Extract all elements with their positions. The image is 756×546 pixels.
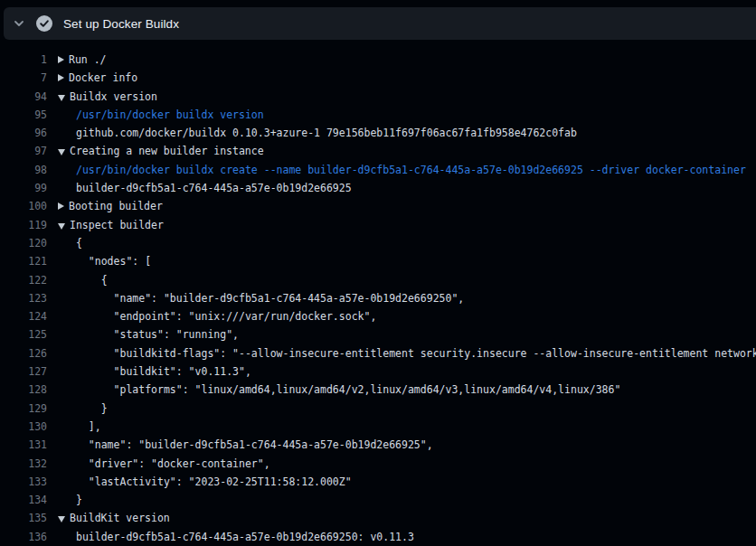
log-output-text: { [76,274,108,287]
log-output-text: "status": "running", [76,328,239,341]
line-number[interactable]: 97 [0,142,47,160]
log-line: 125 "status": "running", [0,325,756,344]
log-command-text: /usr/bin/docker buildx version [76,108,264,121]
disclosure-triangle-open-icon [58,149,65,155]
log-group-header[interactable]: Docker info [58,69,137,87]
log-line-content: builder-d9cfb5a1-c764-445a-a57e-0b19d2e6… [58,528,414,546]
line-number[interactable]: 119 [0,216,47,234]
log-output-text: github.com/docker/buildx 0.10.3+azure-1 … [76,127,577,139]
log-output-text: builder-d9cfb5a1-c764-445a-a57e-0b19d2e6… [76,531,414,543]
log-command-text: /usr/bin/docker buildx create --name bui… [76,164,746,176]
log-line-content: "status": "running", [58,325,239,344]
log-line-content: } [58,400,108,418]
log-line-content: ], [58,418,101,436]
log-container: 1Run ./7Docker info94Buildx version95/us… [0,40,756,546]
log-output-text: "platforms": "linux/amd64,linux/amd64/v2… [76,383,620,396]
step-title: Set up Docker Buildx [63,17,179,31]
log-line: 133 "lastActivity": "2023-02-25T11:58:12… [0,473,756,491]
line-number[interactable]: 128 [0,381,47,399]
log-line: 123 "name": "builder-d9cfb5a1-c764-445a-… [0,289,756,307]
line-number[interactable]: 1 [0,51,47,69]
log-group-header[interactable]: Run ./ [58,51,107,69]
log-group-header[interactable]: Buildx version [58,88,157,106]
log-output-text: "nodes": [ [76,255,151,268]
log-line-content: { [58,234,82,252]
log-line: 98/usr/bin/docker buildx create --name b… [0,161,756,179]
log-line: 94Buildx version [0,88,756,106]
line-number[interactable]: 129 [0,400,47,418]
line-number[interactable]: 131 [0,436,47,454]
line-number[interactable]: 126 [0,344,47,362]
disclosure-triangle-collapsed-icon [58,202,64,210]
log-group-title: Booting builder [69,200,163,212]
log-line: 135BuildKit version [0,509,756,527]
line-number[interactable]: 123 [0,289,47,307]
line-number[interactable]: 94 [0,88,47,106]
line-number[interactable]: 100 [0,197,47,215]
log-line: 131 "name": "builder-d9cfb5a1-c764-445a-… [0,436,756,454]
line-number[interactable]: 125 [0,325,47,344]
log-group-title: Buildx version [70,90,157,103]
log-line: 129 } [0,400,756,418]
disclosure-triangle-open-icon [58,223,65,230]
log-group-title: Inspect builder [70,219,164,231]
log-output-text: ], [76,420,101,433]
line-number[interactable]: 99 [0,179,47,197]
log-line-content: /usr/bin/docker buildx version [58,106,264,124]
log-output-text: { [76,237,82,249]
line-number[interactable]: 121 [0,252,47,270]
line-number[interactable]: 96 [0,124,47,142]
log-line: 132 "driver": "docker-container", [0,455,756,473]
log-line-content: "lastActivity": "2023-02-25T11:58:12.000… [58,473,352,491]
line-number[interactable]: 127 [0,362,47,381]
line-number[interactable]: 120 [0,234,47,252]
log-line-content: github.com/docker/buildx 0.10.3+azure-1 … [58,124,577,142]
disclosure-triangle-open-icon [58,516,65,522]
log-line-content: "nodes": [ [58,252,151,270]
log-line: 100Booting builder [0,197,756,215]
disclosure-triangle-open-icon [58,95,65,101]
disclosure-triangle-collapsed-icon [58,74,64,81]
log-line: 121 "nodes": [ [0,252,756,270]
log-group-header[interactable]: Inspect builder [58,216,164,234]
log-group-header[interactable]: Creating a new builder instance [58,142,264,160]
log-line: 95/usr/bin/docker buildx version [0,106,756,124]
log-line: 127 "buildkit": "v0.11.3", [0,362,756,381]
log-line: 128 "platforms": "linux/amd64,linux/amd6… [0,381,756,399]
line-number[interactable]: 132 [0,455,47,473]
log-output-text: "driver": "docker-container", [76,457,270,470]
line-number[interactable]: 130 [0,418,47,436]
log-group-title: Run ./ [69,53,107,66]
log-line: 120{ [0,234,756,252]
line-number[interactable]: 134 [0,491,47,509]
line-number[interactable]: 136 [0,528,47,546]
step-header[interactable]: Set up Docker Buildx [4,7,756,40]
log-group-title: Creating a new builder instance [70,145,264,157]
log-line-content: /usr/bin/docker buildx create --name bui… [58,161,746,179]
line-number[interactable]: 7 [0,69,47,87]
line-number[interactable]: 124 [0,307,47,325]
log-group-title: BuildKit version [70,512,170,524]
log-line: 122 { [0,271,756,289]
log-line-content: { [58,271,108,289]
step-status-check-icon [36,15,52,32]
log-line-content: builder-d9cfb5a1-c764-445a-a57e-0b19d2e6… [58,179,352,197]
log-output-text: "name": "builder-d9cfb5a1-c764-445a-a57e… [76,438,433,451]
log-output-text: "endpoint": "unix:///var/run/docker.sock… [76,310,376,323]
log-line-content: "name": "builder-d9cfb5a1-c764-445a-a57e… [58,436,433,454]
log-line: 97Creating a new builder instance [0,142,756,160]
log-output-text: builder-d9cfb5a1-c764-445a-a57e-0b19d2e6… [76,182,352,194]
log-group-header[interactable]: BuildKit version [58,509,170,527]
log-line: 1Run ./ [0,51,756,69]
log-line-content: "buildkitd-flags": "--allow-insecure-ent… [58,344,756,362]
chevron-down-icon[interactable] [13,17,25,30]
line-number[interactable]: 122 [0,271,47,289]
log-line: 119Inspect builder [0,216,756,234]
line-number[interactable]: 98 [0,161,47,179]
log-line-content: "name": "builder-d9cfb5a1-c764-445a-a57e… [58,289,464,307]
line-number[interactable]: 135 [0,509,47,527]
log-group-header[interactable]: Booting builder [58,197,163,215]
line-number[interactable]: 95 [0,106,47,124]
line-number[interactable]: 133 [0,473,47,491]
log-line: 96github.com/docker/buildx 0.10.3+azure-… [0,124,756,142]
